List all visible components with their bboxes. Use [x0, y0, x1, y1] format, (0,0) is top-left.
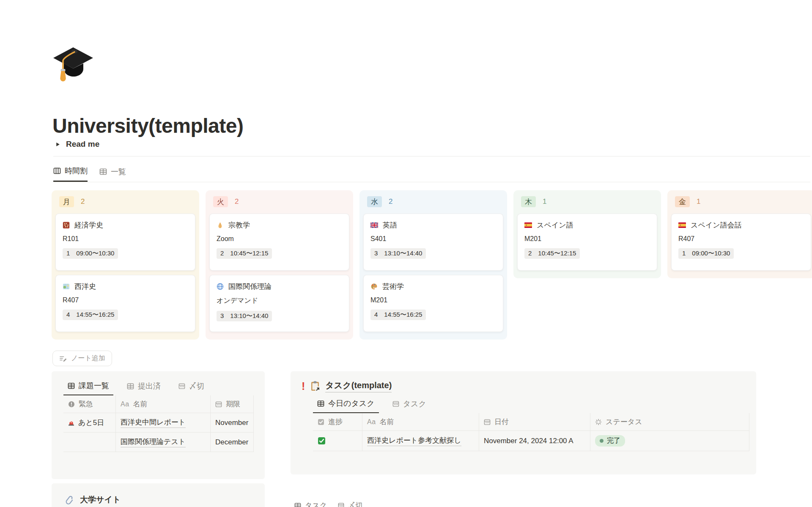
spinner-icon: [595, 419, 602, 425]
class-card[interactable]: 西洋史 R407 414:55〜16:25: [55, 275, 195, 332]
class-card[interactable]: 経済学史 R101 109:00〜10:30: [55, 214, 195, 271]
section-divider: [53, 156, 810, 156]
tabbar-divider: [53, 182, 810, 182]
task-date-cell: November 24, 2024 12:00 A: [479, 431, 590, 451]
class-card[interactable]: 英語 S401 313:10〜14:40: [363, 214, 503, 271]
column-header[interactable]: 水 2: [363, 195, 503, 214]
uk-flag-icon: [370, 222, 378, 228]
tab-timetable[interactable]: 時間割: [53, 166, 88, 182]
card-count: 2: [81, 197, 85, 206]
red-exclamation-icon: !: [302, 381, 305, 392]
readme-toggle[interactable]: Read me: [55, 140, 99, 149]
assignment-name-cell[interactable]: 国際関係理論テスト: [116, 433, 211, 452]
task-row[interactable]: 西洋史レポート参考文献探し November 24, 2024 12:00 A …: [313, 431, 749, 451]
calendar-icon: [215, 401, 222, 408]
class-name: スペイン語会話: [691, 220, 742, 230]
column-header-name[interactable]: Aa 名前: [362, 413, 479, 430]
palette-icon: [370, 283, 378, 290]
aa-icon: Aa: [367, 418, 376, 426]
column-header-deadline[interactable]: 期限: [211, 395, 254, 413]
class-card[interactable]: 宗教学 Zoom 210:45〜12:15: [209, 214, 349, 271]
class-card[interactable]: スペイン語 M201 210:45〜12:15: [517, 214, 657, 271]
class-room: S401: [370, 235, 496, 243]
column-header[interactable]: 木 1: [517, 195, 657, 214]
class-card[interactable]: 国際関係理論 オンデマンド 313:10〜14:40: [209, 275, 349, 332]
column-header-name[interactable]: Aa 名前: [116, 395, 211, 413]
progress-cell[interactable]: [313, 431, 362, 451]
aa-icon: Aa: [121, 400, 129, 408]
tab-assignment-list[interactable]: 課題一覧: [63, 381, 113, 395]
table-view-icon: [317, 400, 324, 407]
column-header-status[interactable]: ステータス: [590, 413, 749, 430]
class-time-tag: 210:45〜12:15: [524, 248, 580, 259]
tasks-tab-bar: 今日のタスク タスク: [313, 398, 756, 413]
assignment-name-cell[interactable]: 西洋史中間レポート: [116, 413, 211, 432]
board-column-tue: 火 2 宗教学 Zoom 210:45〜12:15 国際関係理論 オンデマン: [206, 190, 353, 340]
globe-icon: [217, 283, 224, 290]
day-badge: 月: [59, 196, 74, 207]
board-column-fri: 金 1 スペイン語会話 R407 109:00〜10:30: [667, 190, 812, 278]
card-count: 1: [543, 197, 546, 206]
column-header[interactable]: 月 2: [55, 195, 195, 214]
assignment-row[interactable]: 国際関係理論テスト December: [63, 433, 254, 452]
tab-todays-tasks[interactable]: 今日のタスク: [313, 398, 379, 413]
assignment-row[interactable]: あと5日 西洋史中間レポート November: [63, 413, 254, 433]
table-view-icon: [294, 502, 301, 507]
day-badge: 火: [213, 196, 228, 207]
urgency-cell: [63, 433, 116, 452]
add-note-button[interactable]: ノート追加: [52, 351, 112, 366]
column-header-progress[interactable]: 進捗: [313, 413, 362, 430]
links-card-title: 大学サイト: [80, 494, 121, 505]
tasks-title-row: ! タスク(template): [302, 380, 756, 392]
check-green-icon: [318, 437, 326, 445]
class-name: 国際関係理論: [228, 282, 272, 291]
calendar-icon: [392, 400, 399, 407]
tab-deadline[interactable]: 〆切: [174, 381, 208, 395]
tab-submitted[interactable]: 提出済: [123, 381, 165, 395]
column-header-urgency[interactable]: 緊急: [63, 395, 116, 413]
tab-tasks[interactable]: タスク: [388, 398, 431, 413]
class-time-tag: 109:00〜10:30: [63, 248, 118, 259]
tab-timetable-label: 時間割: [65, 166, 88, 176]
table-header-row: 進捗 Aa 名前 日付 ステータス: [313, 413, 749, 431]
class-room: M201: [524, 235, 650, 243]
table-view-icon: [127, 383, 134, 390]
deadline-cell: December: [211, 433, 254, 452]
task-name-cell[interactable]: 西洋史レポート参考文献探し: [362, 431, 479, 451]
tasks-page-link[interactable]: タスク(template): [325, 380, 392, 392]
card-count: 1: [697, 197, 700, 206]
class-card[interactable]: 芸術学 M201 414:55〜16:25: [363, 275, 503, 332]
status-dot: [600, 439, 604, 443]
column-header-date[interactable]: 日付: [479, 413, 590, 430]
tasks-table: 進捗 Aa 名前 日付 ステータス: [313, 413, 756, 451]
class-room: オンデマンド: [217, 296, 342, 305]
paperclip-icon: [64, 495, 74, 505]
class-time-tag: 414:55〜16:25: [370, 310, 426, 320]
column-header[interactable]: 火 2: [209, 195, 349, 214]
graduation-cap-icon[interactable]: [52, 45, 95, 85]
class-room: R407: [63, 296, 188, 304]
deadline-cell: November: [211, 413, 254, 432]
board-column-mon: 月 2 経済学史 R101 109:00〜10:30 西洋史 R407: [52, 190, 199, 340]
card-count: 2: [235, 197, 239, 206]
class-time-tag: 210:45〜12:15: [217, 248, 272, 259]
toggle-arrow-icon: [55, 142, 60, 147]
readme-label: Read me: [66, 140, 99, 149]
abacus-icon: [63, 222, 70, 229]
add-note-label: ノート追加: [71, 354, 105, 363]
calendar-icon: [178, 383, 185, 389]
class-name: 経済学史: [74, 220, 103, 230]
tab-tasks-bottom[interactable]: タスク: [294, 501, 327, 507]
page-title: University(template): [52, 114, 243, 137]
table-view-icon: [68, 382, 75, 389]
card-count: 2: [389, 197, 392, 206]
board-column-wed: 水 2 英語 S401 313:10〜14:40 芸術学 M201: [359, 190, 507, 340]
tab-deadline-bottom[interactable]: 〆切: [338, 501, 362, 507]
column-header[interactable]: 金 1: [671, 195, 811, 214]
tab-list-label: 一覧: [111, 167, 126, 177]
urgent-badge-icon: [68, 401, 75, 408]
class-card[interactable]: スペイン語会話 R407 109:00〜10:30: [671, 214, 811, 271]
tab-list[interactable]: 一覧: [99, 166, 126, 182]
class-name: スペイン語: [537, 220, 573, 230]
class-room: R101: [63, 235, 188, 243]
